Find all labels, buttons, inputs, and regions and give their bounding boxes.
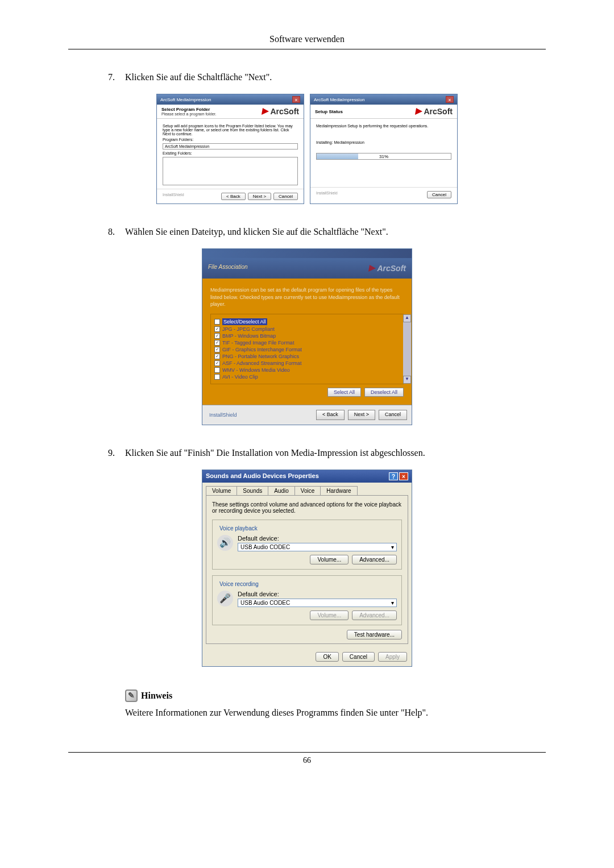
step-7-text: Klicken Sie auf die Schaltfläche "Next". [125, 72, 272, 82]
installshield-label: InstallShield [163, 193, 184, 200]
ok-button[interactable]: OK [316, 652, 338, 662]
program-folder-input[interactable]: ArcSoft MediaImpression [163, 143, 298, 149]
next-button[interactable]: Next > [248, 193, 271, 200]
dialog-select-folder: ArcSoft MediaImpression × Select Program… [156, 94, 304, 204]
cancel-button[interactable]: Cancel [342, 652, 375, 662]
playback-volume-button[interactable]: Volume... [310, 555, 349, 564]
arcsoft-logo: ArcSoft [262, 107, 299, 116]
list-item[interactable]: ✓BMP - Windows Bitmap [214, 333, 400, 339]
file-type-list: Select/Deselect All ✓JPG - JPEG Complian… [210, 314, 404, 384]
dialog2-desc: MediaImpression Setup is performing the … [316, 124, 451, 128]
progress-bar: 31% [316, 153, 451, 160]
list-item[interactable]: ✓JPG - JPEG Compliant [214, 326, 400, 333]
close-icon[interactable]: × [292, 96, 300, 103]
checkbox-icon[interactable] [214, 319, 220, 325]
voice-recording-group: Voice recording 🎤 Default device: USB Au… [212, 575, 402, 625]
tab-bar: Volume Sounds Audio Voice Hardware [202, 483, 412, 495]
scroll-down-icon[interactable]: ▼ [403, 376, 411, 384]
scroll-thumb[interactable] [403, 322, 411, 376]
dialog2-subtitle: Setup Status [315, 109, 343, 114]
cancel-button[interactable]: Cancel [427, 191, 451, 198]
tab-volume[interactable]: Volume [206, 486, 237, 495]
scrollbar[interactable]: ▲ ▼ [403, 314, 411, 384]
note-text: Weitere Informationen zur Verwendung die… [125, 708, 546, 718]
voice-playback-legend: Voice playback [217, 525, 260, 531]
playback-device-select[interactable]: USB Audio CODEC ▾ [238, 543, 397, 551]
checkbox-icon[interactable]: ✓ [214, 360, 220, 366]
existing-folders-list[interactable] [163, 157, 298, 185]
step-8: 8. Wählen Sie einen Dateityp, und klicke… [108, 227, 546, 237]
recording-label: Default device: [238, 591, 397, 597]
note-icon: ✎ [125, 690, 138, 702]
step-9-num: 9. [108, 448, 125, 458]
step-7: 7. Klicken Sie auf die Schaltfläche "Nex… [108, 72, 546, 82]
step-7-screenshots: ArcSoft MediaImpression × Select Program… [68, 94, 546, 204]
scroll-up-icon[interactable]: ▲ [403, 314, 411, 322]
step-9: 9. Klicken Sie auf "Finish" Die Installa… [108, 448, 546, 458]
step-8-text: Wählen Sie einen Dateityp, und klicken S… [125, 227, 388, 237]
chevron-down-icon: ▾ [391, 600, 394, 606]
list-item[interactable]: ✓PNG - Portable Network Graphics [214, 353, 400, 360]
list-item[interactable]: ✓GIF - Graphics Interchange Format [214, 346, 400, 353]
checkbox-icon[interactable]: ✓ [214, 347, 220, 352]
dialog1-desc: Setup will add program icons to the Prog… [163, 124, 298, 136]
progress-percent: 31% [379, 153, 388, 160]
test-hardware-button[interactable]: Test hardware... [347, 630, 402, 639]
tab-hardware[interactable]: Hardware [320, 486, 357, 495]
voice-playback-group: Voice playback 🔊 Default device: USB Aud… [212, 520, 402, 570]
checkbox-icon[interactable] [214, 374, 220, 380]
dialog-titlebar [202, 249, 412, 258]
playback-advanced-button[interactable]: Advanced... [352, 555, 397, 564]
dialog2-installing: Installing: MediaImpression [316, 140, 451, 144]
note-heading: ✎ Hinweis [125, 690, 546, 702]
checkbox-icon[interactable]: ✓ [214, 333, 220, 339]
select-all-button[interactable]: Select All [327, 388, 361, 397]
installshield-label: InstallShield [316, 191, 338, 198]
recording-volume-button: Volume... [310, 610, 349, 620]
cancel-button[interactable]: Cancel [379, 410, 407, 420]
arcsoft-logo: ArcSoft [416, 107, 453, 116]
back-button[interactable]: < Back [316, 410, 345, 420]
playback-label: Default device: [238, 535, 397, 542]
chevron-down-icon: ▾ [391, 544, 394, 550]
step-9-text: Klicken Sie auf "Finish" Die Installatio… [125, 448, 425, 458]
speaker-icon: 🔊 [217, 535, 233, 551]
back-button[interactable]: < Back [221, 193, 246, 200]
close-icon[interactable]: × [399, 472, 408, 480]
tab-voice[interactable]: Voice [294, 486, 321, 495]
checkbox-icon[interactable]: ✓ [214, 326, 220, 332]
list-item[interactable]: WMV - Windows Media Video [214, 367, 400, 373]
file-assoc-heading: File Association [208, 264, 248, 273]
dialog1-folder-label: Program Folders: [163, 138, 298, 142]
page-header: Software verwenden [68, 34, 546, 49]
list-item[interactable]: Select/Deselect All [214, 318, 400, 326]
next-button[interactable]: Next > [348, 410, 375, 420]
file-association-dialog: File Association ArcSoft MediaImpression… [202, 248, 412, 425]
dialog2-title: ArcSoft MediaImpression [314, 97, 364, 102]
checkbox-icon[interactable]: ✓ [214, 354, 220, 359]
cancel-button[interactable]: Cancel [273, 193, 298, 200]
checkbox-icon[interactable]: ✓ [214, 340, 220, 346]
checkbox-icon[interactable] [214, 367, 220, 373]
file-assoc-desc: MediaImpression can be set as the defaul… [210, 286, 404, 308]
dialog1-subdesc: Please select a program folder. [161, 112, 217, 116]
recording-advanced-button: Advanced... [352, 610, 397, 620]
footer-divider [68, 752, 546, 753]
list-item[interactable]: AVI - Video Clip [214, 373, 400, 380]
voice-recording-legend: Voice recording [217, 581, 261, 587]
dialog1-title: ArcSoft MediaImpression [160, 97, 211, 102]
deselect-all-button[interactable]: Deselect All [364, 388, 404, 397]
recording-device-select[interactable]: USB Audio CODEC ▾ [238, 599, 397, 607]
list-item[interactable]: ✓ASF - Advanced Streaming Format [214, 360, 400, 367]
step-8-num: 8. [108, 227, 125, 237]
tab-audio[interactable]: Audio [268, 486, 295, 495]
help-icon[interactable]: ? [389, 472, 398, 480]
page-number: 66 [68, 756, 546, 765]
dialog1-subtitle: Select Program Folder [161, 107, 217, 112]
dialog1-existing-label: Existing Folders: [163, 151, 298, 155]
dialog-setup-status: ArcSoft MediaImpression × Setup Status A… [310, 94, 458, 204]
list-item[interactable]: ✓TIF - Tagged Image File Format [214, 339, 400, 346]
tab-sounds[interactable]: Sounds [237, 486, 268, 495]
close-icon[interactable]: × [446, 96, 454, 103]
sounds-dialog: Sounds and Audio Devices Properties ? × … [202, 470, 412, 667]
